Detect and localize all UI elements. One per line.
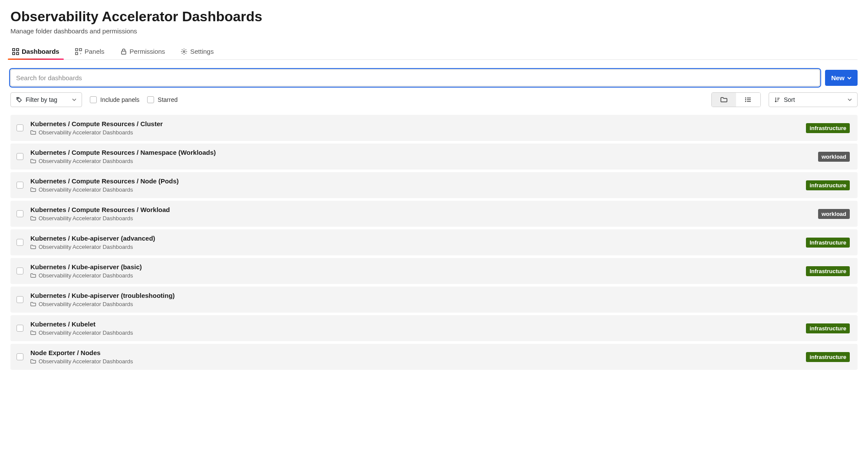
folder-label: Observability Accelerator Dashboards xyxy=(39,330,133,336)
folder-label: Observability Accelerator Dashboards xyxy=(39,272,133,279)
include-panels-checkbox[interactable]: Include panels xyxy=(90,96,139,103)
row-checkbox[interactable] xyxy=(16,153,23,160)
row-checkbox[interactable] xyxy=(16,325,23,332)
include-panels-checkbox-input[interactable] xyxy=(90,96,97,103)
svg-point-9 xyxy=(183,51,185,52)
row-main: Kubernetes / Compute Resources / Cluster… xyxy=(30,120,799,136)
row-checkbox[interactable] xyxy=(16,239,23,246)
dashboard-row[interactable]: Kubernetes / Compute Resources / Workloa… xyxy=(10,201,858,227)
dashboard-folder[interactable]: Observability Accelerator Dashboards xyxy=(30,186,799,193)
chevron-down-icon xyxy=(848,98,852,102)
dashboard-title[interactable]: Kubernetes / Kube-apiserver (advanced) xyxy=(30,235,799,242)
tag-badge[interactable]: infrastructure xyxy=(806,323,850,333)
lock-icon xyxy=(120,48,127,55)
dashboard-folder[interactable]: Observability Accelerator Dashboards xyxy=(30,158,811,164)
dashboard-title[interactable]: Node Exporter / Nodes xyxy=(30,349,799,356)
dashboard-title[interactable]: Kubernetes / Compute Resources / Workloa… xyxy=(30,206,811,213)
tab-permissions[interactable]: Permissions xyxy=(118,44,167,59)
row-checkbox[interactable] xyxy=(16,268,23,274)
dashboard-row[interactable]: Kubernetes / Kube-apiserver (advanced)Ob… xyxy=(10,229,858,255)
dashboard-title[interactable]: Kubernetes / Compute Resources / Cluster xyxy=(30,120,799,127)
svg-rect-1 xyxy=(16,49,19,51)
sort-dropdown[interactable]: Sort xyxy=(769,92,858,107)
dashboard-row[interactable]: Kubernetes / Compute Resources / Namespa… xyxy=(10,144,858,170)
row-checkbox[interactable] xyxy=(16,353,23,360)
filter-tag-label: Filter by tag xyxy=(26,96,57,103)
dashboard-row[interactable]: Kubernetes / Kube-apiserver (basic)Obser… xyxy=(10,258,858,284)
dashboard-folder[interactable]: Observability Accelerator Dashboards xyxy=(30,272,799,279)
tab-dashboards[interactable]: Dashboards xyxy=(10,44,61,59)
row-checkbox[interactable] xyxy=(16,210,23,217)
dashboard-folder[interactable]: Observability Accelerator Dashboards xyxy=(30,129,799,136)
dashboard-row[interactable]: Node Exporter / NodesObservability Accel… xyxy=(10,344,858,370)
row-main: Kubernetes / Compute Resources / Namespa… xyxy=(30,149,811,164)
tag-badge[interactable]: infrastructure xyxy=(806,123,850,133)
row-checkbox[interactable] xyxy=(16,182,23,189)
dashboard-title[interactable]: Kubernetes / Compute Resources / Namespa… xyxy=(30,149,811,156)
dashboard-row[interactable]: Kubernetes / Compute Resources / Node (P… xyxy=(10,172,858,198)
row-main: Kubernetes / Kube-apiserver (advanced)Ob… xyxy=(30,235,799,250)
folder-icon xyxy=(30,273,36,278)
svg-point-10 xyxy=(18,98,19,99)
row-main: Kubernetes / KubeletObservability Accele… xyxy=(30,320,799,336)
search-input[interactable] xyxy=(10,69,820,86)
svg-point-13 xyxy=(746,101,746,102)
svg-point-7 xyxy=(80,53,81,54)
folder-icon xyxy=(30,359,36,364)
tag-badge[interactable]: infrastructure xyxy=(806,352,850,362)
starred-checkbox-input[interactable] xyxy=(147,96,154,103)
tab-settings[interactable]: Settings xyxy=(179,44,215,59)
dashboard-title[interactable]: Kubernetes / Kubelet xyxy=(30,320,799,328)
dashboard-folder[interactable]: Observability Accelerator Dashboards xyxy=(30,244,799,250)
folder-label: Observability Accelerator Dashboards xyxy=(39,215,133,222)
row-main: Kubernetes / Compute Resources / Node (P… xyxy=(30,177,799,193)
tab-panels[interactable]: Panels xyxy=(73,44,106,59)
folder-label: Observability Accelerator Dashboards xyxy=(39,186,133,193)
tag-badge[interactable]: workload xyxy=(818,209,850,219)
starred-checkbox[interactable]: Starred xyxy=(147,96,178,103)
folder-icon xyxy=(30,187,36,192)
starred-label: Starred xyxy=(158,96,178,103)
folder-label: Observability Accelerator Dashboards xyxy=(39,158,133,164)
folder-icon xyxy=(30,301,36,307)
folder-icon xyxy=(30,330,36,336)
svg-rect-6 xyxy=(76,52,78,55)
tab-label: Settings xyxy=(190,48,214,55)
dashboard-folder[interactable]: Observability Accelerator Dashboards xyxy=(30,330,799,336)
gear-icon xyxy=(181,48,187,55)
row-checkbox[interactable] xyxy=(16,296,23,303)
folder-label: Observability Accelerator Dashboards xyxy=(39,244,133,250)
dashboard-title[interactable]: Kubernetes / Compute Resources / Node (P… xyxy=(30,177,799,185)
dashboard-title[interactable]: Kubernetes / Kube-apiserver (troubleshoo… xyxy=(30,292,850,299)
list-icon xyxy=(745,96,752,103)
dashboard-folder[interactable]: Observability Accelerator Dashboards xyxy=(30,215,811,222)
tag-badge[interactable]: Infrastructure xyxy=(806,238,850,248)
tag-badge[interactable]: Infrastructure xyxy=(806,266,850,276)
dashboard-row[interactable]: Kubernetes / KubeletObservability Accele… xyxy=(10,315,858,341)
folder-label: Observability Accelerator Dashboards xyxy=(39,129,133,136)
row-main: Kubernetes / Compute Resources / Workloa… xyxy=(30,206,811,222)
dashboard-folder[interactable]: Observability Accelerator Dashboards xyxy=(30,301,850,307)
new-button[interactable]: New xyxy=(825,70,858,86)
svg-rect-0 xyxy=(13,49,15,51)
folder-icon xyxy=(30,130,36,135)
tag-badge[interactable]: workload xyxy=(818,152,850,162)
filter-by-tag-dropdown[interactable]: Filter by tag xyxy=(10,92,82,107)
dashboard-row[interactable]: Kubernetes / Compute Resources / Cluster… xyxy=(10,115,858,141)
svg-rect-3 xyxy=(16,52,19,55)
chevron-down-icon xyxy=(847,76,852,80)
dashboard-title[interactable]: Kubernetes / Kube-apiserver (basic) xyxy=(30,263,799,271)
row-main: Kubernetes / Kube-apiserver (troubleshoo… xyxy=(30,292,850,307)
folder-icon xyxy=(30,158,36,164)
dashboard-row[interactable]: Kubernetes / Kube-apiserver (troubleshoo… xyxy=(10,287,858,313)
svg-point-11 xyxy=(746,98,746,98)
tabs-bar: Dashboards Panels Permissions Settings xyxy=(10,44,858,60)
tab-label: Permissions xyxy=(130,48,165,55)
svg-rect-4 xyxy=(76,49,78,51)
view-list-button[interactable] xyxy=(736,93,760,107)
tab-label: Panels xyxy=(85,48,105,55)
view-folder-button[interactable] xyxy=(712,93,736,107)
row-checkbox[interactable] xyxy=(16,124,23,131)
dashboard-folder[interactable]: Observability Accelerator Dashboards xyxy=(30,358,799,365)
tag-badge[interactable]: infrastructure xyxy=(806,180,850,190)
